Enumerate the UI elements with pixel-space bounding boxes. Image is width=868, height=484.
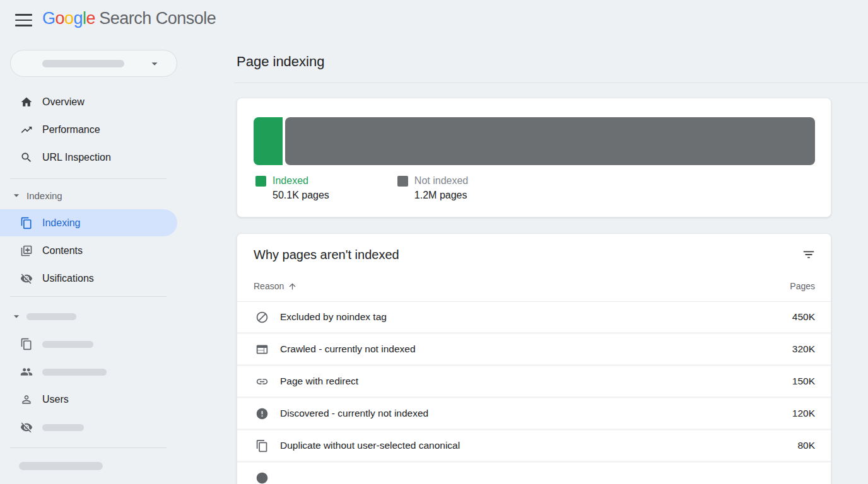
reasons-table: Excluded by noindex tag 450K Crawled - c… [237, 302, 831, 484]
indexing-summary-card: Indexed 50.1K pages Not indexed 1.2M pag… [237, 98, 831, 217]
label-skeleton [42, 369, 107, 376]
sidebar-item-contents[interactable]: Contents [0, 237, 218, 265]
chevron-down-icon [148, 57, 161, 71]
visibility-off-icon [20, 421, 33, 434]
pages-add-icon [20, 245, 33, 257]
row-pages: 150K [792, 376, 815, 387]
link-icon [255, 375, 269, 388]
copy-icon [255, 439, 269, 452]
section-label: Indexing [26, 190, 62, 201]
page-icon [20, 338, 33, 350]
legend-value: 1.2M pages [414, 190, 468, 201]
legend-value: 50.1K pages [273, 190, 329, 201]
menu-hamburger-icon[interactable] [15, 14, 32, 26]
sidebar-item-url-inspection[interactable]: URL Inspection [0, 144, 218, 171]
sidebar-item-skeleton[interactable] [0, 330, 218, 358]
column-header-pages[interactable]: Pages [790, 281, 815, 291]
row-reason: Page with redirect [280, 376, 358, 387]
row-pages: 450K [792, 311, 815, 323]
sidebar-item-label: URL Inspection [42, 152, 111, 163]
app-logo: GoogleSearch Console [42, 9, 216, 28]
visibility-off-icon [20, 272, 33, 285]
people-icon [20, 366, 33, 378]
sidebar-section-collapsed[interactable] [0, 302, 218, 330]
error-icon [255, 407, 269, 420]
sort-ascending-icon [288, 282, 297, 291]
circle-icon [255, 471, 269, 484]
property-name-skeleton [42, 60, 124, 67]
sidebar-item-indexing[interactable]: Indexing [0, 209, 177, 236]
sidebar-item-skeleton[interactable] [0, 413, 218, 441]
row-pages: 320K [792, 343, 815, 355]
sidebar-section-indexing[interactable]: Indexing [0, 182, 218, 209]
section-label-skeleton [26, 313, 76, 320]
bar-segment-indexed[interactable] [254, 117, 283, 165]
legend-swatch-not-indexed [397, 176, 408, 187]
sidebar-item-label: Overview [42, 96, 85, 108]
table-row[interactable]: Duplicate without user-selected canonica… [237, 430, 831, 463]
table-title: Why pages aren't indexed [254, 248, 399, 262]
legend-swatch-indexed [255, 176, 266, 187]
not-indexed-reasons-card: Why pages aren't indexed Reason Pages Ex… [237, 233, 831, 484]
row-pages: 80K [797, 440, 815, 451]
table-column-headers: Reason Pages [254, 279, 815, 293]
sidebar-item-label: Users [42, 394, 69, 405]
sidebar-divider [10, 178, 167, 179]
sidebar-item-skeleton[interactable] [0, 358, 218, 386]
column-header-reason[interactable]: Reason [254, 281, 297, 291]
legend-not-indexed[interactable]: Not indexed 1.2M pages [397, 175, 468, 201]
logo-suffix: Search Console [99, 9, 216, 28]
table-row[interactable]: Excluded by noindex tag 450K [237, 302, 831, 334]
block-icon [255, 311, 269, 324]
reason-header-label: Reason [254, 281, 284, 291]
legend-label: Not indexed [414, 175, 468, 187]
search-icon [20, 151, 33, 164]
sidebar-item-label: Indexing [42, 217, 81, 229]
sidebar-item-overview[interactable]: Overview [0, 88, 218, 116]
sidebar-item-label: Contents [42, 245, 83, 256]
bar-segment-not-indexed[interactable] [285, 117, 815, 165]
sidebar-item-usifications[interactable]: Usifications [0, 265, 218, 292]
web-icon [255, 343, 269, 356]
row-reason: Crawled - currently not indexed [280, 343, 416, 355]
label-skeleton [42, 424, 84, 431]
sidebar-footer-skeleton [19, 462, 103, 470]
table-row[interactable]: Page with redirect 150K [237, 366, 831, 398]
pages-icon [20, 217, 33, 229]
person-icon [20, 393, 33, 406]
trending-up-icon [20, 124, 33, 136]
legend-label: Indexed [273, 175, 329, 187]
home-icon [20, 96, 33, 108]
row-reason: Discovered - currently not indexed [280, 408, 428, 419]
sidebar-item-label: Usifications [42, 273, 94, 284]
label-skeleton [42, 341, 93, 348]
google-logo: Google [42, 9, 95, 28]
table-row[interactable]: Discovered - currently not indexed 120K [237, 398, 831, 430]
chart-legend: Indexed 50.1K pages Not indexed 1.2M pag… [255, 175, 468, 201]
sidebar-item-users[interactable]: Users [0, 386, 218, 413]
sidebar-item-label: Performance [42, 124, 100, 135]
sidebar-item-performance[interactable]: Performance [0, 116, 218, 144]
sidebar-divider [10, 447, 167, 448]
title-divider [234, 83, 868, 83]
row-pages: 120K [792, 408, 815, 419]
page-title: Page indexing [237, 54, 324, 70]
filter-icon[interactable] [802, 248, 817, 263]
table-row[interactable]: Crawled - currently not indexed 320K [237, 334, 831, 366]
indexing-stacked-bar[interactable] [254, 117, 815, 165]
row-reason: Duplicate without user-selected canonica… [280, 440, 460, 451]
sidebar-divider [10, 296, 167, 297]
legend-indexed[interactable]: Indexed 50.1K pages [255, 175, 329, 201]
property-selector[interactable] [10, 50, 177, 77]
table-row-partial[interactable] [237, 463, 831, 484]
row-reason: Excluded by noindex tag [280, 311, 387, 323]
chevron-down-icon [10, 310, 23, 323]
chevron-down-icon [10, 189, 23, 202]
